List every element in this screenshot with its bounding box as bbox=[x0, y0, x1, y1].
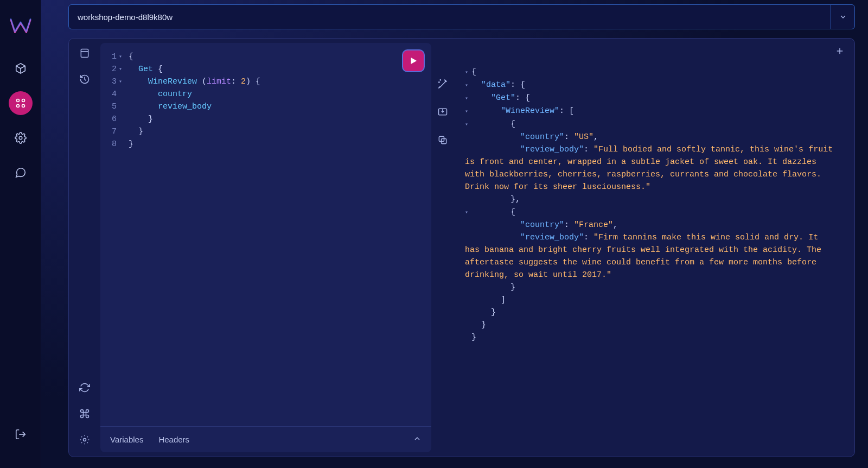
fold-triangle-icon bbox=[117, 138, 124, 150]
fold-triangle-icon[interactable]: ▾ bbox=[117, 50, 124, 63]
code-text: } bbox=[124, 138, 133, 150]
nav-chat[interactable] bbox=[9, 161, 33, 185]
json-line: "review_body": "Full bodied and softly t… bbox=[465, 143, 836, 193]
json-line: "review_body": "Firm tannins make this w… bbox=[465, 231, 836, 281]
fold-triangle-icon bbox=[117, 125, 124, 138]
variables-tab[interactable]: Variables bbox=[110, 435, 143, 444]
json-line: } bbox=[465, 331, 836, 344]
json-line: ▾ "data": { bbox=[465, 79, 836, 92]
nav-cube[interactable] bbox=[9, 56, 33, 80]
fold-triangle-icon[interactable]: ▾ bbox=[465, 206, 471, 219]
json-line: ▾{ bbox=[465, 66, 836, 79]
code-line[interactable]: 8} bbox=[109, 138, 423, 150]
query-console: 1▾{2▾ Get {3▾ WineReview (limit: 2) {4 c… bbox=[68, 38, 855, 457]
svg-point-4 bbox=[19, 136, 22, 140]
code-line[interactable]: 7 } bbox=[109, 125, 423, 138]
app-root: workshop-demo-d8l9k80w bbox=[0, 0, 868, 468]
instance-name: workshop-demo-d8l9k80w bbox=[69, 6, 831, 28]
json-line: ▾ "Get": { bbox=[465, 92, 836, 105]
main-column: workshop-demo-d8l9k80w bbox=[41, 0, 868, 468]
line-number: 3 bbox=[109, 75, 117, 88]
editor-content[interactable]: 1▾{2▾ Get {3▾ WineReview (limit: 2) {4 c… bbox=[100, 43, 431, 426]
json-line: ▾ { bbox=[465, 118, 836, 131]
fold-triangle-icon[interactable]: ▾ bbox=[465, 66, 471, 79]
json-line: } bbox=[465, 306, 836, 319]
refresh-icon[interactable] bbox=[78, 381, 92, 395]
fold-triangle-icon[interactable]: ▾ bbox=[117, 63, 124, 75]
fold-triangle-icon[interactable]: ▾ bbox=[465, 79, 471, 92]
code-line[interactable]: 3▾ WineReview (limit: 2) { bbox=[109, 75, 423, 88]
keyboard-shortcuts-icon[interactable] bbox=[78, 407, 92, 421]
nav-logout[interactable] bbox=[9, 422, 33, 446]
headers-tab[interactable]: Headers bbox=[158, 435, 189, 444]
line-number: 7 bbox=[109, 125, 117, 138]
document-explorer-icon[interactable] bbox=[78, 46, 92, 60]
nav-query-console[interactable] bbox=[9, 91, 33, 115]
code-text: review_body bbox=[124, 100, 212, 113]
json-line: } bbox=[465, 319, 836, 331]
code-text: Get { bbox=[124, 63, 163, 75]
svg-point-8 bbox=[84, 439, 86, 441]
code-text: } bbox=[124, 113, 153, 125]
code-text: country bbox=[124, 88, 192, 100]
response-panel: ▾{▾ "data": {▾ "Get": {▾ "WineReview": [… bbox=[454, 39, 854, 457]
json-line: ] bbox=[465, 294, 836, 306]
line-number: 5 bbox=[109, 100, 117, 113]
chevron-up-icon[interactable] bbox=[413, 434, 422, 445]
json-line: "country": "US", bbox=[465, 131, 836, 143]
line-number: 4 bbox=[109, 88, 117, 100]
svg-point-0 bbox=[16, 99, 19, 102]
json-line: "country": "France", bbox=[465, 219, 836, 231]
svg-point-10 bbox=[445, 80, 446, 81]
code-text: } bbox=[124, 125, 143, 138]
line-number: 6 bbox=[109, 113, 117, 125]
svg-point-12 bbox=[439, 82, 439, 83]
code-line[interactable]: 6 } bbox=[109, 113, 423, 125]
json-line: ▾ { bbox=[465, 206, 836, 219]
fold-triangle-icon bbox=[117, 113, 124, 125]
fold-triangle-icon bbox=[117, 88, 124, 100]
svg-rect-6 bbox=[81, 49, 88, 58]
editor-settings-icon[interactable] bbox=[78, 433, 92, 447]
history-icon[interactable] bbox=[78, 72, 92, 86]
code-text: WineReview (limit: 2) { bbox=[124, 75, 260, 88]
svg-point-3 bbox=[22, 105, 24, 107]
instance-selector[interactable]: workshop-demo-d8l9k80w bbox=[68, 4, 855, 29]
fold-triangle-icon[interactable]: ▾ bbox=[465, 105, 471, 118]
svg-marker-9 bbox=[411, 58, 417, 64]
merge-icon[interactable] bbox=[436, 105, 450, 119]
code-line[interactable]: 5 review_body bbox=[109, 100, 423, 113]
line-number: 8 bbox=[109, 138, 117, 150]
nav-rail bbox=[0, 0, 41, 468]
fold-triangle-icon[interactable]: ▾ bbox=[465, 92, 471, 105]
fold-triangle-icon[interactable]: ▾ bbox=[117, 75, 124, 88]
json-line: ▾ "WineReview": [ bbox=[465, 105, 836, 118]
code-line[interactable]: 1▾{ bbox=[109, 50, 423, 63]
code-line[interactable]: 2▾ Get { bbox=[109, 63, 423, 75]
svg-point-11 bbox=[440, 80, 441, 80]
run-button[interactable] bbox=[402, 49, 425, 72]
add-tab-icon[interactable] bbox=[835, 46, 845, 60]
copy-icon[interactable] bbox=[436, 133, 450, 147]
query-editor[interactable]: 1▾{2▾ Get {3▾ WineReview (limit: 2) {4 c… bbox=[100, 43, 431, 452]
editor-right-toolbar bbox=[431, 39, 454, 457]
json-line: } bbox=[465, 281, 836, 294]
app-logo bbox=[10, 15, 31, 37]
response-content: ▾{▾ "data": {▾ "Get": {▾ "WineReview": [… bbox=[465, 66, 836, 344]
editor-left-toolbar bbox=[69, 39, 100, 457]
line-number: 1 bbox=[109, 50, 117, 63]
line-number: 2 bbox=[109, 63, 117, 75]
code-line[interactable]: 4 country bbox=[109, 88, 423, 100]
prettify-icon[interactable] bbox=[436, 77, 450, 91]
svg-point-2 bbox=[16, 105, 19, 107]
fold-triangle-icon bbox=[117, 100, 124, 113]
json-line: }, bbox=[465, 193, 836, 206]
nav-settings[interactable] bbox=[9, 126, 33, 150]
chevron-down-icon[interactable] bbox=[831, 5, 854, 29]
editor-footer: Variables Headers bbox=[100, 426, 431, 452]
fold-triangle-icon[interactable]: ▾ bbox=[465, 118, 471, 131]
svg-point-1 bbox=[22, 99, 24, 102]
code-text: { bbox=[124, 50, 133, 63]
